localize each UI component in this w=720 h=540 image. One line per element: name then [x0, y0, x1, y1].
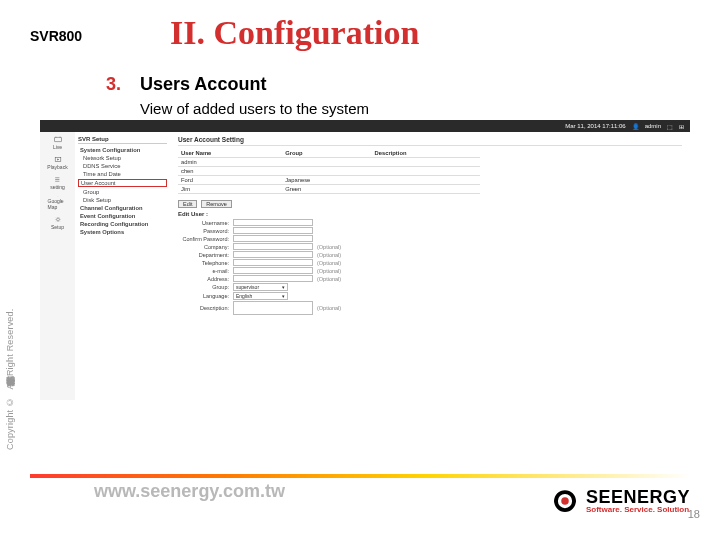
- form-label: Telephone:: [178, 260, 233, 266]
- table-row[interactable]: FordJapanese: [178, 176, 480, 185]
- tree-item[interactable]: Event Configuration: [78, 212, 167, 220]
- tree-item[interactable]: Network Setup: [78, 154, 167, 162]
- form-label: e-mail:: [178, 268, 233, 274]
- header-icon-2[interactable]: ⊞: [679, 123, 684, 130]
- chevron-down-icon: ▾: [282, 293, 285, 299]
- group-select[interactable]: supervisor▾: [233, 283, 288, 291]
- th-desc: Description: [372, 149, 481, 158]
- content-panel: User Account Setting User Name Group Des…: [170, 132, 690, 400]
- label-desc: Description:: [178, 305, 233, 311]
- nav-setup[interactable]: Setup: [48, 216, 68, 230]
- form-title: Edit User :: [178, 211, 682, 217]
- nav-live[interactable]: Live: [48, 136, 68, 150]
- chevron-down-icon: ▾: [282, 284, 285, 290]
- model-label: SVR800: [30, 28, 82, 44]
- header-date: Mar 11, 2014 17:11:06: [565, 123, 625, 129]
- edit-button[interactable]: Edit: [178, 200, 197, 208]
- form-label: Username:: [178, 220, 233, 226]
- svg-point-3: [56, 218, 59, 221]
- language-select[interactable]: English▾: [233, 292, 288, 300]
- button-row: Edit Remove: [178, 200, 682, 208]
- form-hint: (Optional): [317, 252, 341, 258]
- header-user: admin: [645, 123, 661, 129]
- header-icon-1[interactable]: ⬚: [667, 123, 673, 130]
- nav-sidebar: Live Playback setting Google Map Setup: [40, 132, 75, 400]
- label-group: Group:: [178, 284, 233, 290]
- form-label: Password:: [178, 228, 233, 234]
- input-desc[interactable]: [233, 301, 313, 315]
- th-group: Group: [282, 149, 371, 158]
- form-input[interactable]: [233, 251, 313, 258]
- label-language: Language:: [178, 293, 233, 299]
- screenshot-panel: Mar 11, 2014 17:11:06 👤 admin ⬚ ⊞ Live P…: [40, 120, 690, 400]
- form-input[interactable]: [233, 259, 313, 266]
- form-hint: (Optional): [317, 260, 341, 266]
- logo: SEENERGY Software. Service. Solution: [550, 486, 690, 516]
- footer: www.seenergy.com.tw SEENERGY Software. S…: [0, 468, 720, 540]
- form-hint: (Optional): [317, 244, 341, 250]
- page-number: 18: [688, 508, 700, 520]
- tree-item[interactable]: DDNS Service: [78, 162, 167, 170]
- copyright-text: Copyright © 昇銳科技股份有限公司 All Right Reserve…: [4, 140, 20, 450]
- form-label: Company:: [178, 244, 233, 250]
- page-title: II. Configuration: [170, 14, 419, 52]
- section-title: Users Account: [140, 74, 266, 95]
- tree-item[interactable]: Recording Configuration: [78, 220, 167, 228]
- form-input[interactable]: [233, 267, 313, 274]
- form-input[interactable]: [233, 243, 313, 250]
- screenshot-header: Mar 11, 2014 17:11:06 👤 admin ⬚ ⊞: [40, 120, 690, 132]
- user-icon: 👤: [632, 123, 639, 130]
- logo-tagline: Software. Service. Solution: [586, 506, 690, 514]
- form-label: Department:: [178, 252, 233, 258]
- footer-url: www.seenergy.com.tw: [94, 481, 285, 502]
- remove-button[interactable]: Remove: [201, 200, 231, 208]
- form-hint: (Optional): [317, 268, 341, 274]
- table-row[interactable]: admin: [178, 158, 480, 167]
- table-row[interactable]: JimGreen: [178, 185, 480, 194]
- table-row[interactable]: chen: [178, 167, 480, 176]
- form-input[interactable]: [233, 275, 313, 282]
- svg-rect-0: [54, 137, 61, 141]
- tree-title: SVR Setup: [78, 136, 167, 144]
- tree-item[interactable]: System Configuration: [78, 146, 167, 154]
- nav-map[interactable]: Google Map: [48, 196, 68, 210]
- tree-item[interactable]: Time and Date: [78, 170, 167, 178]
- setup-tree: SVR Setup System ConfigurationNetwork Se…: [75, 132, 170, 400]
- gradient-bar: [30, 474, 690, 478]
- svg-point-4: [561, 497, 569, 505]
- hint-desc: (Optional): [317, 305, 341, 311]
- logo-mark-icon: [550, 486, 580, 516]
- section-description: View of added users to the system: [140, 100, 369, 117]
- form-label: Address:: [178, 276, 233, 282]
- tree-item[interactable]: Channel Configuration: [78, 204, 167, 212]
- form-hint: (Optional): [317, 276, 341, 282]
- nav-playback[interactable]: Playback: [48, 156, 68, 170]
- form-input[interactable]: [233, 219, 313, 226]
- tree-item[interactable]: Disk Setup: [78, 196, 167, 204]
- user-table: User Name Group Description adminchenFor…: [178, 149, 480, 194]
- content-title: User Account Setting: [178, 136, 682, 146]
- nav-setting[interactable]: setting: [48, 176, 68, 190]
- section-number: 3.: [106, 74, 121, 95]
- tree-item[interactable]: User Account: [78, 179, 167, 187]
- form-label: Confirm Password:: [178, 236, 233, 242]
- tree-item[interactable]: Group: [78, 188, 167, 196]
- form-input[interactable]: [233, 227, 313, 234]
- form-input[interactable]: [233, 235, 313, 242]
- th-username: User Name: [178, 149, 282, 158]
- logo-name: SEENERGY: [586, 488, 690, 506]
- tree-item[interactable]: System Options: [78, 228, 167, 236]
